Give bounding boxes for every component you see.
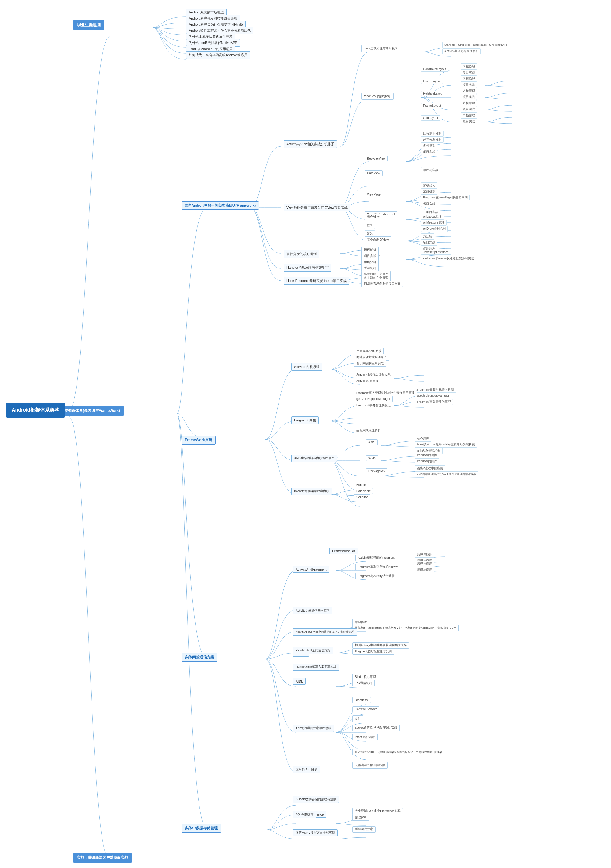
l5-cv-ondraw: onDraw绘制机制 — [421, 226, 448, 232]
l5-relative-inner: 内核原理 — [461, 88, 477, 94]
l5-vp-fragment: Fragment在ViewPager的生命周期 — [421, 195, 470, 200]
l4-handler-write: 手写机制 — [361, 265, 378, 271]
l5-rv-project: 项目实战 — [421, 149, 437, 155]
l5-fcv-project: 项目实战 — [421, 240, 437, 246]
l5-constraint-inner: 内核原理 — [461, 64, 477, 70]
l3-activity-service-comm: ActivityAndService之间通信的基本方案处理原理 — [293, 628, 357, 636]
l4-full-custom-view: 完全自定义View — [364, 236, 391, 243]
l5-gridlayout: GridLayout — [421, 115, 440, 121]
l5-fga-theory: 原理与应用 — [415, 561, 434, 567]
l5-rv-diff: 差异分发机制 — [421, 137, 444, 143]
l4-aidl-hermes: 强化智能的AIDL：进程通信框架原理实战与实现—手写Hermes通信框架 — [352, 749, 444, 755]
l3-hook-resource: Hook Resource原码实况 theme项目实战 — [284, 277, 349, 285]
l4-service-arc: Service积累原理 — [354, 378, 381, 384]
l3-handler: Handler消息原理与框架学写 — [284, 264, 331, 271]
l5-cv-onlayout: onLayout原理 — [421, 214, 444, 220]
l3-activity-comm: Activity之间通信基本原理 — [293, 607, 332, 614]
l5-fcv-method: 方法论 — [421, 233, 434, 240]
l5-linear: LinearLayout — [421, 79, 443, 84]
l3-intent: Intent数据传递原理和内核 — [291, 488, 332, 495]
l5-frag-mgr2: getChildSupportManager — [415, 393, 451, 398]
l3-activity-fragment: ActivityAndFragment — [293, 566, 329, 573]
l3-apk-comm: Apk之间通信方案原理总结 — [293, 725, 334, 732]
l3-activity-view: Activity与View相关实战知识体系 — [284, 140, 337, 148]
l3-sqlite: SQLite数据库 — [293, 811, 316, 818]
l2-framework: FrameWork原码 — [181, 436, 216, 445]
l4-binder: Binder核心原理 — [352, 674, 378, 680]
l4-sp-write: 原理解析 — [352, 814, 369, 821]
l4-viewpager: ViewPager — [364, 192, 384, 197]
l5-frag-mgr3: Fragment事务管理的原理 — [415, 399, 453, 405]
l5-frag-mgr1: Fragment嵌套用栈管理机制 — [415, 387, 456, 393]
l5-rv-type: 多种类型 — [421, 143, 437, 149]
l3-app-data: 应用的Data目录 — [293, 766, 320, 773]
l2-storage: 实体中数据存储管理 — [181, 824, 221, 832]
l5-rv-reuse: 回收复用机制 — [421, 130, 444, 137]
l4-combined-view: 组合View — [364, 214, 382, 220]
l3-fragment-kernel: Fragment 内核 — [291, 417, 319, 424]
l4-recyclerview: RecyclerView — [364, 156, 388, 161]
l5-framelayout: FrameLayout — [421, 103, 443, 108]
l4-handler-analysis: 源码分析 — [361, 259, 378, 265]
l5-constraint-project: 项目实战 — [461, 70, 477, 76]
l4-service-start: 两种启动方式启动原理 — [354, 354, 389, 361]
l4-event-analysis: 源码解析 — [361, 246, 378, 253]
l4-frag-get-activity: Fragment获取它所在的Activity — [355, 564, 400, 570]
career-item-8: 如何成为一名合格的高级Android程序员 — [186, 51, 250, 59]
l4-service-process: Service进程优先级与实战 — [354, 372, 393, 378]
l2-ui: 面向Android中的一切实体(高级UI/Framework) — [181, 202, 259, 209]
l5-custom-view-theory: 原理 — [364, 223, 375, 229]
l5-vp-project: 项目实战 — [421, 201, 437, 207]
l4-mmkv-write: 手写实战方案 — [352, 826, 375, 832]
l4-task-launch: Task启动原理与常用栈内 — [361, 45, 400, 52]
l5-linear-project: 项目实战 — [461, 82, 477, 88]
l4-bundle: Bundle — [354, 482, 368, 488]
l4-service-binder: 基于内绑的应用实战 — [354, 360, 386, 367]
l5-relative: RelativeLayout — [421, 91, 445, 96]
l5-framelayout-project: 项目实战 — [461, 106, 477, 112]
l3-view-analysis: View原码分析与高级自定义View项目实战 — [284, 204, 350, 211]
l5-ams-core: 核心原理 — [415, 436, 431, 442]
l5-vp-opt: 加载优化 — [421, 183, 437, 189]
l4-service-ams: 生命周期AMS关系 — [354, 348, 384, 355]
l4-sp-mmkv: 大小限制3M：多个Preference方案 — [352, 808, 403, 814]
l4-frag-transaction: Fragment事务管理的原理 — [354, 402, 393, 409]
l5-task-standard: Standard、SingleTop、SingleTask、SingleInst… — [442, 42, 512, 48]
l4-ams: AMS — [366, 439, 378, 445]
l1-career: 职业生涯规划 — [73, 20, 104, 30]
framework-bis: FrameWork Bis — [329, 548, 358, 554]
l5-custom-view-def: 含义 — [364, 230, 375, 236]
l5-pms-process: 画出2进程中的应用 — [415, 465, 445, 471]
l4-frag-mgr: Fragment事务管理机制与控件普合应用原理 — [354, 390, 417, 396]
l4-content-provider: ContentProvider — [352, 706, 379, 712]
l3-viewmodel: ViewModelit之间通信方案 — [293, 647, 333, 654]
l3-service-kernel: Service 内核原理 — [291, 363, 323, 371]
l5-af-theory: 原理与应用 — [415, 552, 434, 558]
l4-wms: WMS — [366, 455, 378, 461]
root-node: Android框架体系架构 — [6, 403, 65, 418]
l5-wv-js: JavascriptInterface — [421, 250, 451, 255]
l4-cardview: CardView — [364, 170, 383, 176]
l1-practice: 实战：腾讯新闻客户端页面实战 — [73, 853, 132, 863]
l5-cv-onmeasure: onMeasure原理 — [421, 220, 447, 226]
l5-cv-theory: 原理与实战 — [421, 167, 440, 173]
l5-relative-project: 项目实战 — [461, 94, 477, 100]
l3-xms: XMS生命周期与内核管理原理 — [291, 454, 337, 462]
l5-wv-native: WebView和Native双通道框架多写实战 — [421, 256, 476, 262]
l4-vm-activity: 检测Activity中跨跳屏幕带带的数据缓存 — [352, 642, 409, 649]
l4-hook-multipage: 多主题的几个原理 — [361, 274, 391, 281]
l5-linear-inner: 内核原理 — [461, 76, 477, 82]
l3-event-dispatch: 事件分发的核心机制 — [284, 250, 319, 258]
l4-broadcast: Broadcast — [352, 697, 371, 703]
l5-ams-hook: hook技术，不注册activity直接活动的黑科技 — [415, 442, 477, 448]
l3-livedatabus: LiveDataBus框写方案手写实战 — [293, 663, 339, 671]
l4-context-core: 核心应用：application 的动态切换，让一个应用有两个Applicati… — [352, 625, 459, 631]
l4-frag-child: getChildSupportManager — [354, 396, 392, 402]
l4-frag-activity-bus: Fragment与Activity结合通信 — [355, 573, 397, 580]
mind-map: Android框架体系架构 职业生涯规划 Android系统的市场地位 Andr… — [0, 0, 611, 868]
l5-grid-inner: 内核原理 — [461, 112, 477, 118]
l4-vm-fragment: Fragment之间相互通信机制 — [352, 648, 394, 655]
l5-vp-lazy: 加载机制 — [421, 189, 437, 195]
l4-serialize: Serialize — [354, 494, 370, 500]
l5-wms-window2: Window的操作 — [415, 458, 439, 464]
